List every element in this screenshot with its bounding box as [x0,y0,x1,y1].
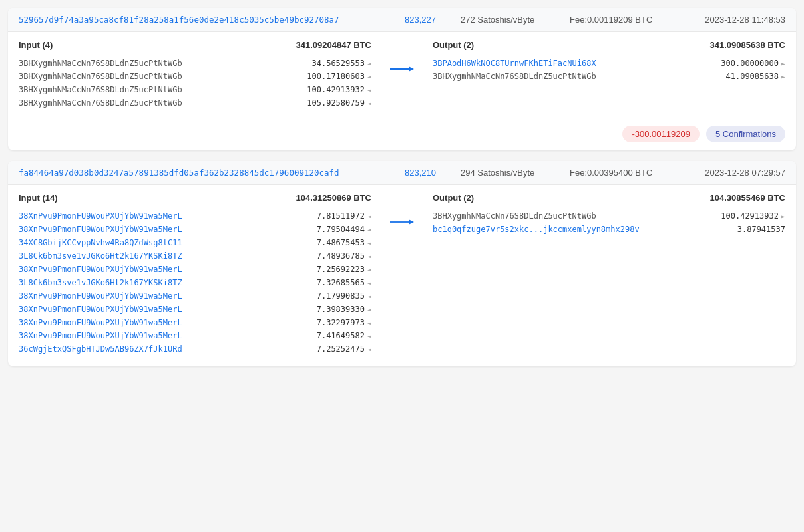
input-addr-2-5[interactable]: 3L8Ck6bm3sve1vJGKo6Ht2k167YKSKi8TZ [19,278,182,287]
input-addr-2-2[interactable]: 34XC8GbijKCCvppNvhw4Ra8QZdWsg8tC11 [19,238,182,247]
input-row-2-4: 38XnPvu9PmonFU9WouPXUjYbW91wa5MerL 7.256… [19,263,371,276]
svg-marker-1 [409,66,414,71]
triangle-left-icon: ◄ [367,226,371,233]
input-total-1: 341.09204847 BTC [296,40,371,50]
output-row-2-1: bc1q0qfzuge7vr5s2xkc...jkccmxemlyyn8mhx2… [433,223,785,236]
input-addr-2-4[interactable]: 38XnPvu9PmonFU9WouPXUjYbW91wa5MerL [19,265,182,274]
output-header-2: Output (2) 104.30855469 BTC [433,193,785,203]
tx-inputs-2: Input (14) 104.31250869 BTC 38XnPvu9Pmon… [19,193,385,356]
input-row-2-8: 38XnPvu9PmonFU9WouPXUjYbW91wa5MerL 7.322… [19,316,371,329]
output-amount-2-0: 100.42913932 ► [721,211,785,221]
input-amount-2-5: 7.32685565 ◄ [317,278,371,287]
input-amount-2-1: 7.79504494 ◄ [317,225,371,234]
arrow-divider-2 [385,193,419,356]
input-addr-2-8[interactable]: 38XnPvu9PmonFU9WouPXUjYbW91wa5MerL [19,318,182,327]
tx-outputs-2: Output (2) 104.30855469 BTC 3BHXygmhNMaC… [419,193,785,356]
transaction-card-1: 529657d9f74a3a95ca8cf81f28a258a1f56e0de2… [8,8,796,150]
triangle-left-icon: ◄ [367,306,371,313]
svg-marker-3 [409,219,414,224]
triangle-right-icon: ► [781,60,785,67]
tx-fee-2: Fee:0.00395400 BTC [570,168,676,178]
output-amount-1-0: 300.00000000 ► [721,59,785,68]
input-amount-2-9: 7.41649582 ◄ [317,331,371,340]
input-row-1-2: 3BHXygmhNMaCcNn76S8DLdnZ5ucPtNtWGb 100.4… [19,83,371,96]
input-row-1-1: 3BHXygmhNMaCcNn76S8DLdnZ5ucPtNtWGb 100.1… [19,70,371,83]
output-header-1: Output (2) 341.09085638 BTC [433,40,785,50]
output-addr-2-1[interactable]: bc1q0qfzuge7vr5s2xkc...jkccmxemlyyn8mhx2… [433,225,640,234]
input-addr-2-1[interactable]: 38XnPvu9PmonFU9WouPXUjYbW91wa5MerL [19,225,182,234]
input-amount-1-1: 100.17180603 ◄ [307,72,371,81]
input-addr-2-9[interactable]: 38XnPvu9PmonFU9WouPXUjYbW91wa5MerL [19,331,182,340]
triangle-left-icon: ◄ [367,332,371,340]
input-header-1: Input (4) 341.09204847 BTC [19,40,371,50]
input-addr-1-3: 3BHXygmhNMaCcNn76S8DLdnZ5ucPtNtWGb [19,98,182,108]
input-addr-2-3[interactable]: 3L8Ck6bm3sve1vJGKo6Ht2k167YKSKi8TZ [19,251,182,261]
tx-satoshis-1: 272 Satoshis/vByte [461,15,554,25]
input-addr-2-6[interactable]: 38XnPvu9PmonFU9WouPXUjYbW91wa5MerL [19,291,182,301]
triangle-left-icon: ◄ [367,346,371,353]
triangle-right-icon: ► [781,73,785,80]
triangle-left-icon: ◄ [367,293,371,300]
output-count-1: Output (2) [433,40,474,50]
input-amount-2-10: 7.25252475 ◄ [317,344,371,354]
output-count-2: Output (2) [433,193,474,203]
tx-time-1: 2023-12-28 11:48:53 [692,15,785,25]
triangle-left-icon: ◄ [367,319,371,327]
confirmations-badge-1: 5 Confirmations [706,126,785,142]
tx-outputs-1: Output (2) 341.09085638 BTC 3BPAodH6WkNQ… [419,40,785,110]
output-addr-2-0: 3BHXygmhNMaCcNn76S8DLdnZ5ucPtNtWGb [433,211,596,221]
input-row-2-1: 38XnPvu9PmonFU9WouPXUjYbW91wa5MerL 7.795… [19,223,371,236]
output-addr-1-1: 3BHXygmhNMaCcNn76S8DLdnZ5ucPtNtWGb [433,72,596,81]
input-row-1-0: 3BHXygmhNMaCcNn76S8DLdnZ5ucPtNtWGb 34.56… [19,57,371,70]
triangle-left-icon: ◄ [367,213,371,220]
input-count-1: Input (4) [19,40,53,50]
tx-hash-1[interactable]: 529657d9f74a3a95ca8cf81f28a258a1f56e0de2… [19,15,389,25]
input-addr-1-2: 3BHXygmhNMaCcNn76S8DLdnZ5ucPtNtWGb [19,85,182,94]
input-addr-2-7[interactable]: 38XnPvu9PmonFU9WouPXUjYbW91wa5MerL [19,305,182,314]
triangle-left-icon: ◄ [367,86,371,94]
triangle-left-icon: ◄ [367,100,371,107]
tx-header-2: fa84464a97d038b0d3247a57891385dfd05af362… [8,161,796,185]
input-row-2-2: 34XC8GbijKCCvppNvhw4Ra8QZdWsg8tC11 7.486… [19,236,371,249]
input-addr-2-10[interactable]: 36cWgjEtxQSFgbHTJDw5AB96ZX7fJk1URd [19,344,182,354]
input-addr-2-0[interactable]: 38XnPvu9PmonFU9WouPXUjYbW91wa5MerL [19,211,182,221]
triangle-left-icon: ◄ [367,266,371,273]
tx-block-1[interactable]: 823,227 [405,15,445,25]
input-row-1-3: 3BHXygmhNMaCcNn76S8DLdnZ5ucPtNtWGb 105.9… [19,96,371,110]
transaction-card-2: fa84464a97d038b0d3247a57891385dfd05af362… [8,161,796,366]
page: 529657d9f74a3a95ca8cf81f28a258a1f56e0de2… [0,0,804,532]
triangle-left-icon: ◄ [367,279,371,287]
input-row-2-10: 36cWgjEtxQSFgbHTJDw5AB96ZX7fJk1URd 7.252… [19,342,371,356]
input-total-2: 104.31250869 BTC [296,193,371,203]
tx-inputs-1: Input (4) 341.09204847 BTC 3BHXygmhNMaCc… [19,40,385,110]
triangle-left-icon: ◄ [367,239,371,247]
input-amount-2-0: 7.81511972 ◄ [317,211,371,221]
triangle-left-icon: ◄ [367,73,371,80]
input-amount-2-7: 7.39839330 ◄ [317,305,371,314]
input-amount-2-2: 7.48675453 ◄ [317,238,371,247]
input-addr-1-1: 3BHXygmhNMaCcNn76S8DLdnZ5ucPtNtWGb [19,72,182,81]
tx-hash-2[interactable]: fa84464a97d038b0d3247a57891385dfd05af362… [19,168,389,178]
input-row-2-7: 38XnPvu9PmonFU9WouPXUjYbW91wa5MerL 7.398… [19,303,371,316]
output-addr-1-0[interactable]: 3BPAodH6WkNQC8TUrnwFKhETiFacNUi68X [433,59,596,68]
input-addr-1-0: 3BHXygmhNMaCcNn76S8DLdnZ5ucPtNtWGb [19,59,182,68]
triangle-left-icon: ◄ [367,60,371,67]
tx-body-2: Input (14) 104.31250869 BTC 38XnPvu9Pmon… [8,185,796,366]
input-amount-2-6: 7.17990835 ◄ [317,291,371,301]
input-header-2: Input (14) 104.31250869 BTC [19,193,371,203]
output-total-1: 341.09085638 BTC [710,40,785,50]
input-row-2-9: 38XnPvu9PmonFU9WouPXUjYbW91wa5MerL 7.416… [19,329,371,342]
output-row-1-1: 3BHXygmhNMaCcNn76S8DLdnZ5ucPtNtWGb 41.09… [433,70,785,83]
input-amount-1-3: 105.92580759 ◄ [307,98,371,108]
triangle-right-icon: ► [781,213,785,220]
tx-block-2[interactable]: 823,210 [405,168,445,178]
input-amount-2-8: 7.32297973 ◄ [317,318,371,327]
output-row-1-0: 3BPAodH6WkNQC8TUrnwFKhETiFacNUi68X 300.0… [433,57,785,70]
input-row-2-3: 3L8Ck6bm3sve1vJGKo6Ht2k167YKSKi8TZ 7.489… [19,249,371,263]
input-row-2-5: 3L8Ck6bm3sve1vJGKo6Ht2k167YKSKi8TZ 7.326… [19,276,371,289]
input-row-2-6: 38XnPvu9PmonFU9WouPXUjYbW91wa5MerL 7.179… [19,289,371,303]
net-amount-badge-1: -300.00119209 [622,126,699,142]
tx-satoshis-2: 294 Satoshis/vByte [461,168,554,178]
output-total-2: 104.30855469 BTC [710,193,785,203]
output-row-2-0: 3BHXygmhNMaCcNn76S8DLdnZ5ucPtNtWGb 100.4… [433,209,785,223]
